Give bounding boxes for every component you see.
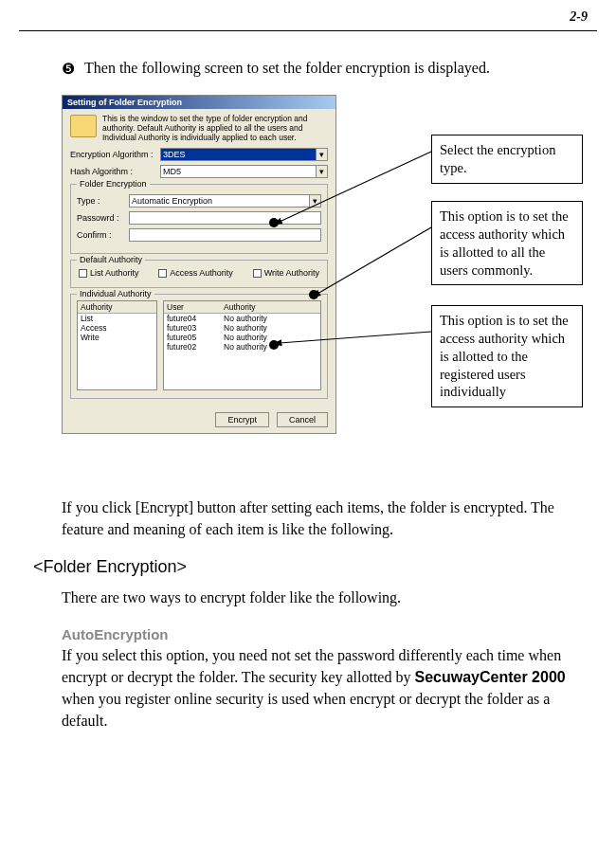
enc-alg-label: Encryption Algorithm :: [70, 150, 160, 159]
confirm-label: Confirm :: [77, 230, 129, 240]
callout-marker: [309, 290, 318, 299]
list-item: List: [81, 314, 93, 323]
write-authority-checkbox[interactable]: Write Authority: [253, 268, 319, 278]
callouts-area: Select the encryption type. This option …: [336, 95, 588, 474]
enc-alg-value: 3DES: [163, 150, 186, 159]
individual-auth-legend: Individual Authority: [77, 289, 154, 298]
list-item: future03: [167, 323, 224, 333]
bullet-step-5: ❺ Then the following screen to set the f…: [62, 60, 588, 78]
type-select[interactable]: Automatic Encryption ▾: [129, 194, 321, 208]
folder-encryption-group: Folder Encryption Type : Automatic Encry…: [70, 184, 328, 254]
callout-encryption-type: Select the encryption type.: [431, 135, 583, 184]
list-item: future04: [167, 314, 224, 323]
dialog-header-text: This is the window to set the type of fo…: [102, 115, 328, 142]
cancel-button[interactable]: Cancel: [277, 412, 328, 427]
list-auth-label: List Authority: [90, 268, 139, 278]
encrypt-button[interactable]: Encrypt: [215, 412, 269, 427]
top-rule: [19, 30, 597, 31]
folder-enc-legend: Folder Encryption: [77, 179, 150, 189]
individual-authority-group: Individual Authority Authority List Acce…: [70, 294, 328, 399]
hash-alg-value: MD5: [163, 167, 181, 176]
page-number: 2-9: [19, 9, 597, 25]
body-paragraph: There are two ways to encrypt folder lik…: [62, 587, 588, 608]
default-authority-group: Default Authority List Authority Access …: [70, 260, 328, 288]
figure-row: Setting of Folder Encryption This is the…: [62, 95, 588, 474]
autoencryption-subheading: AutoEncryption: [62, 626, 588, 642]
access-authority-checkbox[interactable]: Access Authority: [158, 268, 233, 278]
dialog-title: Setting of Folder Encryption: [63, 96, 335, 109]
list-item: Access: [81, 323, 106, 333]
list-item: No authority: [224, 323, 317, 333]
step-text: Then the following screen to set the fol…: [84, 60, 490, 78]
default-auth-legend: Default Authority: [77, 255, 145, 264]
user-header: User: [167, 302, 224, 312]
auth-header: Authority: [224, 302, 317, 312]
access-auth-label: Access Authority: [170, 268, 233, 278]
user-auth-listbox[interactable]: User Authority future04No authority futu…: [163, 300, 321, 390]
authority-listbox[interactable]: Authority List Access Write: [77, 300, 157, 390]
type-label: Type :: [77, 196, 129, 206]
hash-alg-label: Hash Algorithm :: [70, 167, 160, 176]
product-name: SecuwayCenter 2000: [414, 669, 565, 685]
list-authority-checkbox[interactable]: List Authority: [79, 268, 139, 278]
confirm-input[interactable]: [129, 228, 321, 242]
callout-marker: [269, 218, 279, 227]
password-label: Passowrd :: [77, 213, 129, 223]
callout-individual-authority: This option is to set the access authori…: [431, 305, 583, 407]
chevron-down-icon[interactable]: ▾: [316, 166, 327, 177]
authority-header: Authority: [81, 302, 113, 312]
encryption-dialog: Setting of Folder Encryption This is the…: [62, 95, 336, 434]
step-bullet-icon: ❺: [62, 60, 84, 78]
para-text: when you register online security is use…: [62, 691, 550, 729]
list-item: future05: [167, 333, 224, 342]
callout-marker: [269, 340, 279, 350]
hash-alg-select[interactable]: MD5 ▾: [160, 165, 328, 178]
chevron-down-icon[interactable]: ▾: [316, 149, 327, 160]
callout-default-authority: This option is to set the access authori…: [431, 201, 583, 285]
folder-icon: [70, 115, 97, 137]
body-paragraph: If you click [Encrypt] button after sett…: [62, 497, 588, 540]
list-item: No authority: [224, 314, 317, 323]
write-auth-label: Write Authority: [264, 268, 319, 278]
body-paragraph: If you select this option, you need not …: [62, 644, 588, 732]
list-item: Write: [81, 333, 100, 342]
enc-alg-select[interactable]: 3DES ▾: [160, 148, 328, 161]
password-input[interactable]: [129, 211, 321, 225]
type-value: Automatic Encryption: [132, 196, 212, 206]
list-item: future02: [167, 342, 224, 352]
folder-encryption-heading: <Folder Encryption>: [33, 557, 588, 577]
